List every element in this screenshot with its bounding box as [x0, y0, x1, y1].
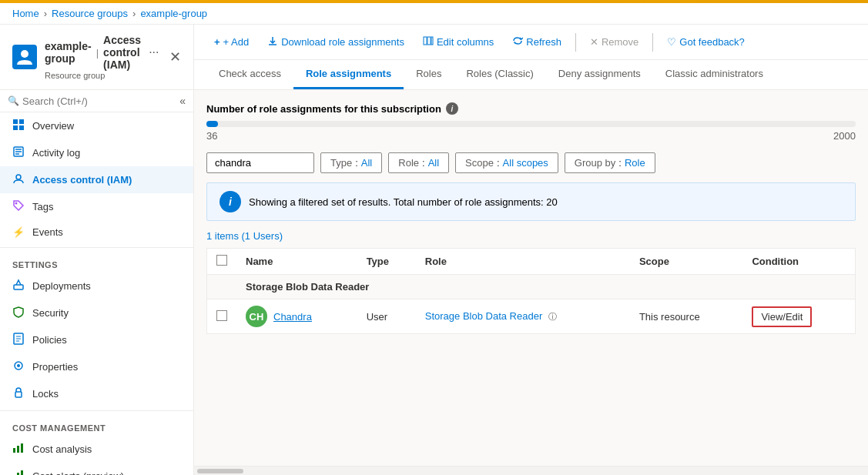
avatar: CH	[246, 306, 267, 327]
role-filter-button[interactable]: Role : All	[388, 152, 449, 173]
toolbar: + + Add Download role assignments Edit c…	[194, 25, 868, 60]
sidebar-events-label: Events	[32, 226, 63, 238]
scope-filter-button[interactable]: Scope : All scopes	[455, 152, 558, 173]
search-filter-input[interactable]	[206, 152, 314, 173]
row-role-cell: Storage Blob Data Reader ⓘ	[416, 299, 630, 334]
sidebar-item-events[interactable]: ⚡ Events	[0, 220, 193, 244]
tab-check-access[interactable]: Check access	[206, 60, 293, 89]
table-group-row: Storage Blob Data Reader	[207, 275, 856, 299]
add-icon: +	[214, 36, 220, 48]
row-role-link[interactable]: Storage Blob Data Reader	[425, 310, 542, 322]
sidebar-page-icon	[12, 43, 37, 71]
svg-point-18	[17, 364, 20, 367]
tab-role-assignments[interactable]: Role assignments	[293, 60, 404, 89]
table-header-row: Name Type Role Scope Condition	[207, 249, 856, 275]
group-filter-sep: :	[618, 157, 622, 169]
sidebar-item-properties[interactable]: Properties	[0, 353, 193, 380]
info-banner: i Showing a filtered set of results. Tot…	[206, 182, 856, 221]
scrollbar-thumb[interactable]	[197, 469, 243, 473]
role-filter-sep: :	[422, 157, 425, 169]
sidebar-item-cost-alerts[interactable]: Cost alerts (preview)	[0, 463, 193, 475]
tabs-bar: Check access Role assignments Roles Role…	[194, 60, 868, 90]
tab-roles[interactable]: Roles	[404, 60, 454, 89]
group-filter-button[interactable]: Group by : Role	[565, 152, 655, 173]
download-icon	[267, 35, 278, 49]
sidebar-item-access-control[interactable]: Access control (IAM)	[0, 166, 193, 193]
edit-columns-button[interactable]: Edit columns	[415, 31, 501, 53]
policies-icon	[12, 333, 25, 347]
row-name-cell: CH Chandra	[236, 299, 357, 334]
sidebar-iam-label: Access control (IAM)	[103, 34, 141, 71]
type-filter-button[interactable]: Type : All	[320, 152, 382, 173]
sidebar-item-policies[interactable]: Policies	[0, 326, 193, 353]
sidebar-resource-label: Resource group	[45, 71, 162, 80]
svg-rect-21	[17, 446, 19, 453]
sidebar-header: example-group | Access control (IAM) ···…	[0, 25, 193, 90]
role-filter-value: All	[428, 157, 439, 169]
sidebar-item-activity-log[interactable]: Activity log	[0, 139, 193, 166]
sidebar-item-security[interactable]: Security	[0, 299, 193, 326]
feedback-button[interactable]: ♡ Got feedback?	[659, 32, 752, 52]
overview-icon	[12, 119, 25, 133]
breadcrumb-home[interactable]: Home	[12, 8, 39, 19]
info-banner-icon: i	[220, 191, 241, 212]
tags-icon	[12, 199, 25, 214]
svg-rect-27	[424, 37, 427, 45]
sidebar-properties-label: Properties	[32, 361, 78, 373]
type-filter-value: All	[361, 157, 372, 169]
sidebar-collapse-button[interactable]: «	[179, 95, 186, 107]
main-layout: example-group | Access control (IAM) ···…	[0, 25, 868, 475]
feedback-icon: ♡	[667, 36, 676, 48]
sidebar-resource-name: example-group	[45, 40, 92, 65]
row-name-link[interactable]: Chandra	[273, 311, 312, 323]
sidebar-more-button[interactable]: ···	[146, 45, 162, 59]
sidebar-activity-log-label: Activity log	[32, 147, 80, 159]
table-header-checkbox[interactable]	[216, 255, 227, 266]
table-col-scope: Scope	[630, 249, 742, 275]
sidebar-search-row: 🔍 «	[0, 90, 193, 112]
group-row-checkbox-cell	[207, 275, 237, 299]
quota-current: 36	[206, 130, 217, 142]
download-label: Download role assignments	[281, 36, 404, 48]
sidebar-item-overview[interactable]: Overview	[0, 112, 193, 139]
type-filter-label: Type	[330, 157, 352, 169]
breadcrumb-resource-groups[interactable]: Resource groups	[52, 8, 128, 19]
search-input[interactable]	[22, 95, 173, 107]
sidebar-item-tags[interactable]: Tags	[0, 193, 193, 220]
sidebar-cost-alerts-label: Cost alerts (preview)	[32, 470, 124, 475]
sidebar-item-cost-analysis[interactable]: Cost analysis	[0, 436, 193, 463]
sidebar-close-button[interactable]: ✕	[169, 49, 181, 65]
quota-title: Number of role assignments for this subs…	[206, 102, 856, 115]
sidebar-locks-label: Locks	[32, 388, 59, 400]
results-count-text: 1 items (1 Users)	[206, 230, 283, 242]
quota-info-icon: i	[446, 102, 458, 115]
tab-classic-admins[interactable]: Classic administrators	[653, 60, 776, 89]
view-edit-button[interactable]: View/Edit	[752, 306, 812, 327]
svg-rect-5	[19, 125, 24, 130]
tab-roles-classic[interactable]: Roles (Classic)	[454, 60, 545, 89]
type-filter-sep: :	[355, 157, 358, 169]
edit-columns-icon	[423, 35, 434, 49]
svg-rect-12	[14, 285, 23, 289]
events-icon: ⚡	[12, 226, 25, 238]
group-filter-label: Group by	[575, 157, 615, 169]
svg-rect-2	[13, 119, 18, 124]
download-button[interactable]: Download role assignments	[260, 31, 412, 53]
refresh-button[interactable]: Refresh	[504, 31, 569, 53]
add-button[interactable]: + + Add	[206, 32, 256, 52]
row-scope-cell: This resource	[630, 299, 742, 334]
sidebar-deployments-label: Deployments	[32, 280, 91, 292]
activity-log-icon	[12, 146, 25, 160]
sidebar-item-locks[interactable]: Locks	[0, 380, 193, 407]
breadcrumb-sep2: ›	[132, 8, 136, 19]
remove-button[interactable]: ✕ Remove	[582, 32, 646, 52]
row-checkbox[interactable]	[216, 310, 227, 321]
settings-section-header: Settings	[0, 251, 193, 273]
sidebar-item-deployments[interactable]: Deployments	[0, 273, 193, 299]
tab-deny-assignments[interactable]: Deny assignments	[546, 60, 653, 89]
toolbar-separator-2	[652, 33, 653, 52]
breadcrumb-example-group[interactable]: example-group	[140, 8, 207, 19]
sidebar-nav: Overview Activity log Access control (IA…	[0, 112, 193, 475]
group-row-label: Storage Blob Data Reader	[236, 275, 856, 299]
table-col-checkbox	[207, 249, 237, 275]
